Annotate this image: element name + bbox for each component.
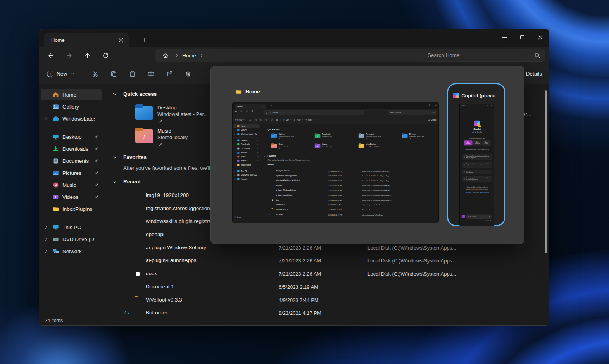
tab-home[interactable]: Home xyxy=(44,33,129,47)
chevron-right-icon[interactable] xyxy=(199,53,204,58)
close-button[interactable] xyxy=(531,29,549,45)
back-button[interactable] xyxy=(44,50,57,61)
sidebar-item-inboxplugins[interactable]: InboxPlugins xyxy=(41,203,102,215)
minimize-button[interactable] xyxy=(495,29,513,45)
file-name: docx xyxy=(146,271,157,276)
sidebar-item-videos[interactable]: Videos xyxy=(41,191,102,203)
chevron-down-icon[interactable] xyxy=(112,179,117,184)
desktop-icon xyxy=(52,134,59,140)
sidebar-item-onedrive[interactable]: WindowsLatest - Pe xyxy=(41,113,102,124)
share-icon xyxy=(271,119,273,121)
file-row[interactable]: ViVeTool-v0.3.3 4/9/2023 7:44 PM xyxy=(107,294,548,307)
close-icon xyxy=(537,35,543,40)
mini-window-title: Preview xyxy=(461,105,466,106)
sidebar-item-documents[interactable]: Documents xyxy=(41,155,102,167)
section-quick-access[interactable]: Quick access xyxy=(112,91,157,97)
breadcrumb[interactable]: Home xyxy=(155,49,458,62)
chevron-right-icon[interactable] xyxy=(44,116,48,121)
file-row[interactable]: Bot order 8/23/2021 4:17 PM xyxy=(107,307,548,316)
folder-icon xyxy=(235,89,242,95)
refresh-button[interactable] xyxy=(99,50,112,61)
thumbnail-file-explorer[interactable]: Home xyxy=(232,102,439,223)
onedrive-icon xyxy=(52,116,59,122)
sidebar-item-gallery[interactable]: Gallery xyxy=(41,101,102,112)
task-switcher-overlay: Home Home xyxy=(210,66,524,244)
search-box[interactable] xyxy=(423,49,545,62)
document-file-icon xyxy=(135,257,141,264)
documents-icon xyxy=(237,148,239,150)
sidebar-item-pictures[interactable]: Pictures xyxy=(41,167,102,179)
docx-file-icon xyxy=(135,271,141,278)
section-recent[interactable]: Recent xyxy=(112,179,141,185)
sidebar-item-desktop[interactable]: Desktop xyxy=(41,131,102,143)
titlebar[interactable]: Home xyxy=(39,29,549,47)
trash-icon xyxy=(185,71,191,77)
new-button[interactable]: + New xyxy=(47,71,74,77)
delete-button[interactable] xyxy=(181,67,195,80)
new-tab-button[interactable] xyxy=(139,35,149,45)
chevron-right-icon xyxy=(174,53,179,58)
dvd-drive-icon xyxy=(52,236,59,243)
home-icon[interactable] xyxy=(162,52,169,59)
copilot-links: Learn more Terms of use Privacy statemen… xyxy=(460,192,494,193)
thumbnail-copilot[interactable]: Copilot (previe... Preview – ✕ PRE Copil… xyxy=(447,83,505,226)
paste-icon xyxy=(260,119,262,121)
mini-view: View xyxy=(294,119,303,121)
breadcrumb-home[interactable]: Home xyxy=(182,53,196,59)
tile-subtitle: WindowsLatest - Per... xyxy=(157,111,208,117)
cut-button[interactable] xyxy=(88,67,102,80)
sidebar-item-network[interactable]: Network xyxy=(41,245,102,257)
rename-button[interactable] xyxy=(143,67,158,80)
send-feedback-link: send feedback xyxy=(471,188,478,190)
sidebar-item-dvd-drive[interactable]: DVD Drive (D:) CCC xyxy=(41,233,102,245)
sidebar-item-downloads[interactable]: Downloads xyxy=(41,143,102,155)
thumb-title-label: Home xyxy=(245,89,260,95)
up-button[interactable] xyxy=(81,50,94,61)
paste-button[interactable] xyxy=(125,67,140,80)
network-icon xyxy=(237,178,239,180)
sidebar-item-home[interactable]: Home xyxy=(41,89,102,100)
conversation-style-prompt: Choose a conversation style xyxy=(460,138,494,139)
send-icon xyxy=(490,220,492,221)
refresh-icon xyxy=(251,110,253,113)
tab-title: Home xyxy=(51,37,118,43)
chevron-right-icon[interactable] xyxy=(44,237,48,242)
file-row[interactable]: docx 7/21/2023 2:26 AM Local Disk (C:)\W… xyxy=(107,267,548,281)
search-icon[interactable] xyxy=(534,52,540,59)
tab-close-icon[interactable] xyxy=(118,37,124,43)
sidebar-label: Videos xyxy=(62,194,95,200)
sidebar-item-thispc[interactable]: This PC xyxy=(41,221,102,233)
preview-badge: PRE xyxy=(478,125,481,127)
new-label: New xyxy=(57,71,67,77)
chevron-right-icon[interactable] xyxy=(44,249,48,254)
file-row[interactable]: Document 1 6/5/2023 2:19 AM xyxy=(107,281,548,294)
thumb-title-copilot: Copilot (previe... xyxy=(448,93,504,98)
file-row[interactable]: ai-plugin-LaunchApps 7/21/2023 2:26 AM L… xyxy=(107,254,548,267)
onedrive-icon xyxy=(237,133,239,135)
copy-button[interactable] xyxy=(106,67,121,80)
file-location: Local Disk (C:)\Windows\SystemApps... xyxy=(367,258,456,264)
desktop-icon xyxy=(237,140,239,141)
search-input[interactable] xyxy=(428,52,534,58)
maximize-button[interactable] xyxy=(513,29,531,45)
section-favorites[interactable]: Favorites xyxy=(112,154,147,160)
style-precise-button: MorePrecise xyxy=(482,140,490,145)
share-button[interactable] xyxy=(162,67,177,80)
file-name: openapi xyxy=(146,231,164,237)
chevron-right-icon[interactable] xyxy=(44,225,48,229)
refresh-icon xyxy=(102,52,109,59)
sidebar-item-music[interactable]: Music xyxy=(41,179,102,191)
sidebar: Home Gallery WindowsLatest - Pe Desktop … xyxy=(41,88,102,316)
forward-button[interactable] xyxy=(62,50,76,61)
sidebar-label: Pictures xyxy=(62,170,95,176)
char-count: 0/2000 xyxy=(485,220,489,221)
document-file-icon xyxy=(135,218,141,225)
chevron-down-icon[interactable] xyxy=(112,92,117,97)
sidebar-label: Home xyxy=(62,92,95,98)
tile-name: Music xyxy=(157,128,171,134)
chevron-down-icon[interactable] xyxy=(112,155,117,160)
mini-sort: Sort xyxy=(283,119,292,121)
folder-icon xyxy=(237,164,239,166)
copilot-intro-text: Here are some things Copilot can help yo… xyxy=(462,149,493,150)
vertical-scrollbar[interactable] xyxy=(545,90,547,253)
